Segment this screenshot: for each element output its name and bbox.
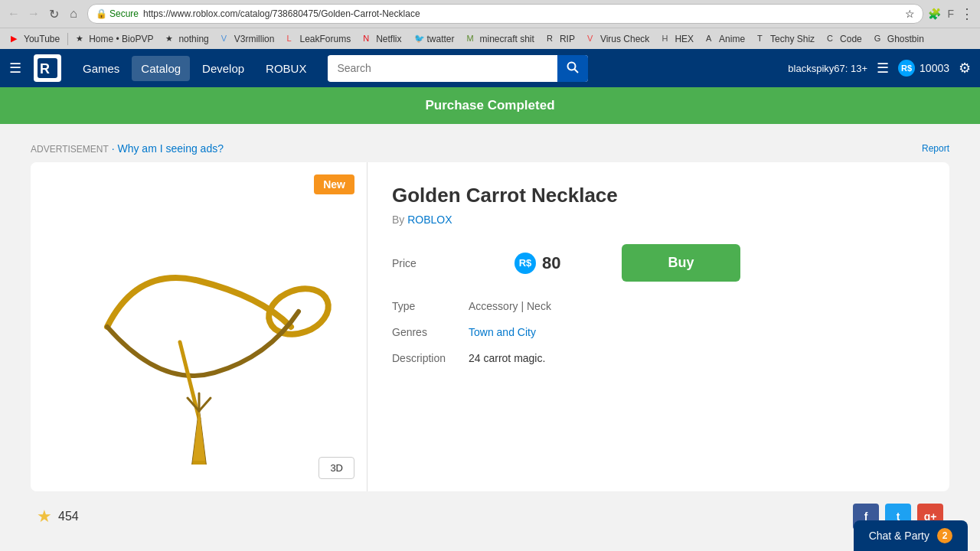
bookmark-code[interactable]: C Code	[822, 32, 867, 46]
bookmark-v3rmillion[interactable]: V V3rmillion	[217, 32, 279, 46]
search-icon	[567, 61, 579, 73]
browser-toolbar: ← → ↻ ⌂ 🔒 Secure https://www.roblox.com/…	[0, 0, 980, 28]
bookmark-hex[interactable]: H HEX	[657, 32, 698, 46]
extensions-icon[interactable]: 🧩	[928, 8, 941, 20]
roblox-logo-icon: R	[38, 58, 57, 78]
bookmark-netflix[interactable]: N Netflix	[358, 32, 406, 46]
profile-icon[interactable]: F	[947, 8, 954, 20]
robux-icon: R$	[898, 60, 915, 77]
hamburger-menu-icon[interactable]: ☰	[9, 60, 21, 77]
bookmark-virus-check[interactable]: V Virus Check	[583, 32, 654, 46]
bookmark-techy-shiz[interactable]: T Techy Shiz	[753, 32, 819, 46]
bookmark-youtube-label: YouTube	[24, 34, 60, 44]
genres-label: Genres	[392, 326, 469, 338]
advertisement-label: ADVERTISEMENT	[31, 144, 109, 155]
bookmark-anime-label: Anime	[719, 34, 745, 44]
address-icons: ☆	[905, 8, 915, 20]
bookmark-nothing-label: nothing	[178, 34, 208, 44]
techy-shiz-icon: T	[757, 34, 768, 44]
secure-label: Secure	[109, 8, 139, 19]
settings-icon[interactable]: ⚙	[959, 60, 971, 77]
bookmark-anime[interactable]: A Anime	[701, 32, 750, 46]
more-menu-icon[interactable]: ⋮	[960, 5, 975, 22]
product-creator-line: By ROBLOX	[392, 214, 925, 226]
bookmark-minecraft-label: minecraft shit	[480, 34, 534, 44]
bookmark-leakforums-label: LeakForums	[299, 34, 351, 44]
bookmark-home-biopvp[interactable]: ★ Home • BioPVP	[71, 32, 158, 46]
lock-icon: 🔒	[96, 8, 107, 19]
price-label: Price	[392, 257, 469, 269]
product-title: Golden Carrot Necklace	[392, 184, 925, 207]
nav-catalog[interactable]: Catalog	[132, 56, 190, 81]
anime-icon: A	[706, 34, 717, 44]
bookmark-youtube[interactable]: ▶ YouTube	[6, 32, 64, 46]
code-icon: C	[827, 34, 838, 44]
bookmark-hex-label: HEX	[675, 34, 694, 44]
back-button[interactable]: ←	[5, 5, 23, 23]
nav-games[interactable]: Games	[74, 56, 129, 81]
genres-row: Genres Town and City	[392, 326, 925, 338]
address-bar[interactable]: 🔒 Secure https://www.roblox.com/catalog/…	[87, 4, 923, 24]
description-label: Description	[392, 352, 469, 364]
bookmark-netflix-label: Netflix	[376, 34, 401, 44]
hex-icon: H	[662, 34, 672, 44]
notifications-icon[interactable]: ☰	[877, 60, 889, 77]
bookmark-techy-shiz-label: Techy Shiz	[770, 34, 815, 44]
robux-balance[interactable]: R$ 10003	[898, 60, 949, 77]
roblox-logo[interactable]: R	[34, 54, 61, 82]
bookmark-minecraft[interactable]: M minecraft shit	[462, 32, 539, 46]
bookmark-rip[interactable]: R RIP	[542, 32, 580, 46]
roblox-right-header: blackspiky67: 13+ ☰ R$ 10003 ⚙	[788, 60, 971, 77]
robux-amount: 10003	[920, 62, 949, 74]
netflix-icon: N	[363, 34, 374, 44]
roblox-header: ☰ R Games Catalog Develop ROBUX blackspi…	[0, 49, 980, 87]
bookmark-twatter[interactable]: 🐦 twatter	[410, 32, 459, 46]
price-buy-row: Price R$ 80 Buy	[392, 244, 925, 282]
buy-button[interactable]: Buy	[622, 244, 740, 282]
type-value: Accessory | Neck	[469, 300, 551, 312]
reload-button[interactable]: ↻	[44, 5, 63, 23]
username-display: blackspiky67: 13+	[788, 63, 867, 74]
nav-robux[interactable]: ROBUX	[256, 56, 315, 81]
chat-badge: 2	[937, 528, 952, 543]
product-image-section: New	[31, 162, 368, 491]
favorite-star-icon[interactable]: ★	[37, 507, 52, 527]
bottom-bar: ★ 454 f t g+	[31, 494, 949, 530]
browser-chrome: ← → ↻ ⌂ 🔒 Secure https://www.roblox.com/…	[0, 0, 980, 49]
description-row: Description 24 carrot magic.	[392, 352, 925, 364]
toolbar-icons: 🧩 F ⋮	[928, 5, 975, 22]
report-link[interactable]: Report	[922, 143, 949, 154]
bookmark-rip-label: RIP	[560, 34, 575, 44]
favorites-count: 454	[58, 510, 79, 523]
nav-buttons: ← → ↻ ⌂	[5, 5, 83, 23]
bookmark-leakforums[interactable]: L LeakForums	[282, 32, 355, 46]
creator-link[interactable]: ROBLOX	[407, 214, 452, 226]
ghostbin-icon: G	[874, 34, 885, 44]
minecraft-icon: M	[467, 34, 478, 44]
price-value: R$ 80	[514, 253, 560, 274]
forward-button[interactable]: →	[24, 5, 43, 23]
star-bookmark-icon[interactable]: ☆	[905, 8, 915, 20]
why-ads-link[interactable]: · Why am I seeing ads?	[112, 142, 224, 155]
roblox-nav: Games Catalog Develop ROBUX	[74, 56, 315, 81]
genres-link[interactable]: Town and City	[469, 326, 536, 338]
favorites-section: ★ 454	[37, 507, 79, 527]
bookmark-ghostbin[interactable]: G Ghostbin	[870, 32, 929, 46]
chat-party-widget[interactable]: Chat & Party 2	[854, 520, 968, 551]
bookmark-nothing[interactable]: ★ nothing	[161, 32, 213, 46]
product-card: New	[31, 162, 949, 491]
chat-party-label: Chat & Party	[869, 530, 929, 542]
nav-develop[interactable]: Develop	[193, 56, 253, 81]
description-text: 24 carrot magic.	[469, 352, 545, 364]
rip-icon: R	[547, 34, 557, 44]
product-details: Golden Carrot Necklace By ROBLOX Price R…	[368, 162, 949, 491]
url-text: https://www.roblox.com/catalog/738680475…	[143, 8, 420, 19]
bookmark-separator-1	[67, 33, 68, 45]
bookmark-code-label: Code	[840, 34, 862, 44]
type-label: Type	[392, 300, 469, 312]
search-input[interactable]	[328, 56, 557, 80]
search-button[interactable]	[557, 55, 588, 82]
svg-marker-7	[193, 407, 205, 461]
home-button[interactable]: ⌂	[64, 5, 83, 23]
3d-view-button[interactable]: 3D	[318, 457, 354, 479]
